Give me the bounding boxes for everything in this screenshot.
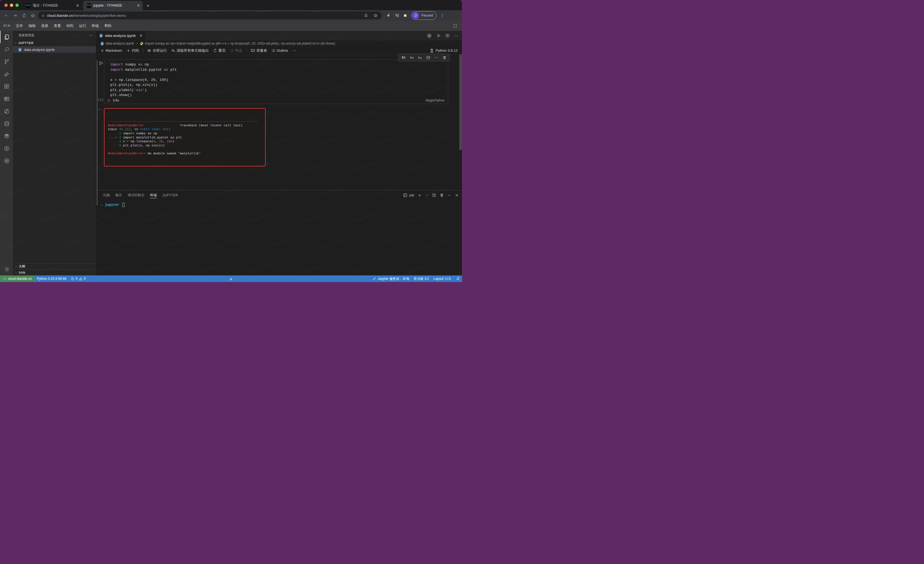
activity-search-icon[interactable]	[0, 43, 13, 56]
share-icon[interactable]	[363, 12, 370, 19]
close-tab-icon[interactable]: ✕	[76, 3, 79, 8]
browser-tab-title: jupyter - TITANIDE	[93, 4, 135, 8]
clear-outputs-button[interactable]: 清除所有单元格输出	[170, 47, 211, 54]
reload-icon[interactable]	[20, 12, 27, 19]
home-icon[interactable]	[29, 12, 36, 19]
split-terminal-icon[interactable]	[432, 193, 436, 197]
notebook-file-icon	[100, 42, 104, 46]
close-panel-icon[interactable]	[455, 193, 459, 197]
menu-run[interactable]: 运行	[76, 22, 89, 29]
split-editor-icon[interactable]	[446, 33, 450, 38]
cell-more-actions-icon[interactable]	[435, 56, 438, 59]
remote-indicator[interactable]: cloud.titanide.cn	[0, 275, 34, 282]
panel-tab-debug-console[interactable]: 调试控制台	[125, 190, 147, 200]
minimize-window-button[interactable]	[10, 4, 13, 7]
menu-edit[interactable]: 编辑	[26, 22, 38, 29]
terminal-shell-selector[interactable]: zsh	[403, 193, 414, 197]
run-icon[interactable]	[437, 33, 441, 38]
activity-extensions-icon[interactable]	[0, 80, 13, 93]
fullscreen-icon[interactable]	[453, 24, 459, 28]
restart-kernel-button[interactable]: 重启	[211, 47, 227, 54]
activity-remote-explorer-icon[interactable]	[0, 155, 13, 167]
menu-view[interactable]: 查看	[51, 22, 63, 29]
cell-code[interactable]: import numpy as npimport matplotlib.pypl…	[104, 60, 448, 98]
activity-git-graph-icon[interactable]	[0, 105, 13, 117]
explorer-section-jupyter[interactable]: JUPYTER	[13, 40, 96, 46]
cell-language-label[interactable]: MagicPython	[426, 98, 445, 102]
browser-tab-project[interactable]: <t> 项目 - TITANIDE ✕	[22, 1, 82, 10]
run-all-button[interactable]: 全部运行	[146, 47, 169, 54]
panel-tab-problems[interactable]: 问题	[100, 190, 113, 200]
address-bar[interactable]: cloud.titanide.cn/ide/web/coding/jupyter…	[38, 12, 382, 19]
python-interpreter-status[interactable]: Python 3.10.4 64-bit	[34, 275, 69, 282]
notifications-bell-icon[interactable]	[454, 275, 462, 282]
menu-help[interactable]: 帮助	[102, 22, 114, 29]
keyboard-layout-status[interactable]: Layout: U.S.	[431, 275, 454, 282]
notebook-settings-gear-icon[interactable]	[426, 33, 432, 39]
new-terminal-icon[interactable]	[418, 193, 422, 197]
toolbar-more-actions-icon[interactable]	[290, 48, 298, 53]
panel-tab-jupyter[interactable]: JUPYTER	[159, 190, 181, 200]
terminal-dropdown-icon[interactable]	[425, 194, 429, 197]
outline-button[interactable]: Outline	[270, 48, 290, 53]
editor-scrollbar[interactable]	[459, 54, 462, 150]
close-tab-icon[interactable]: ✕	[136, 3, 140, 8]
playlist-icon[interactable]	[395, 13, 399, 18]
editor-more-actions-icon[interactable]	[454, 34, 458, 38]
browser-tab-jupyter[interactable]: <t> jupyter - TITANIDE ✕	[83, 1, 143, 10]
expand-panel-chevrons-icon[interactable]	[229, 275, 233, 282]
file-item-notebook[interactable]: data-analysis.ipynb	[13, 46, 96, 53]
maximize-window-button[interactable]	[15, 4, 19, 7]
side-panel-icon[interactable]	[403, 14, 407, 18]
menu-selection[interactable]: 选择	[38, 22, 51, 29]
extensions-puzzle-icon[interactable]	[387, 13, 391, 18]
chevron-down-icon	[14, 41, 17, 45]
close-editor-tab-icon[interactable]: ✕	[140, 33, 142, 38]
bookmark-star-icon[interactable]	[372, 12, 379, 19]
output-menu-icon[interactable]	[98, 108, 102, 111]
activity-explorer-icon[interactable]	[0, 31, 13, 43]
panel-tab-output[interactable]: 输出	[113, 190, 125, 200]
breadcrumb-code-summary[interactable]: import numpy as np↵import matplotlib.pyp…	[145, 42, 335, 45]
jupyter-server-status[interactable]: Jupyter 服务器：本地	[370, 275, 411, 282]
breadcrumb-file[interactable]: data-analysis.ipynb	[106, 42, 134, 45]
activity-run-debug-icon[interactable]	[0, 68, 13, 80]
new-tab-button[interactable]: ＋	[144, 2, 152, 9]
close-window-button[interactable]	[4, 4, 8, 7]
menu-terminal[interactable]: 终端	[89, 22, 102, 29]
add-code-button[interactable]: 代码	[124, 47, 141, 54]
cell-position-status[interactable]: 单元格 1/1	[411, 275, 431, 282]
activity-thunder-icon[interactable]	[0, 142, 13, 155]
execute-cell-and-below-icon[interactable]	[402, 56, 406, 60]
split-cell-icon[interactable]	[426, 56, 430, 60]
browser-menu-kebab-icon[interactable]	[440, 14, 444, 18]
sidebar-section-svn[interactable]: SVN	[13, 269, 96, 275]
back-icon[interactable]	[3, 12, 10, 19]
editor-tab-notebook[interactable]: data-analysis.ipynb ✕	[96, 31, 145, 41]
sidebar-section-outline[interactable]: 大纲	[13, 263, 96, 269]
activity-database-icon[interactable]	[0, 117, 13, 130]
forward-icon[interactable]	[12, 12, 19, 19]
activity-layers-icon[interactable]	[0, 130, 13, 142]
add-markdown-button[interactable]: Markdown	[99, 48, 124, 53]
kill-terminal-icon[interactable]	[440, 193, 444, 197]
menu-file[interactable]: 文件	[13, 22, 26, 29]
settings-gear-icon[interactable]	[0, 263, 13, 275]
breadcrumb[interactable]: data-analysis.ipynb import numpy as np↵i…	[96, 41, 462, 47]
activity-source-control-icon[interactable]	[0, 56, 13, 68]
execute-above-icon[interactable]	[410, 56, 414, 60]
delete-cell-icon[interactable]	[442, 56, 447, 60]
profile-avatar[interactable]: J	[412, 12, 419, 19]
terminal-prompt-line[interactable]: → jupyter	[96, 200, 462, 207]
variables-button[interactable]: (x)变量表	[249, 47, 269, 54]
problems-status[interactable]: 0 0	[69, 275, 88, 282]
profile-paused-badge[interactable]: J Paused	[411, 11, 436, 20]
activity-preview-icon[interactable]	[0, 93, 13, 105]
panel-tab-terminal[interactable]: 终端	[147, 190, 160, 200]
execute-below-icon[interactable]	[418, 56, 422, 60]
explorer-more-actions-icon[interactable]	[89, 33, 93, 37]
kernel-picker[interactable]: Python 3.8.12	[429, 48, 459, 53]
menu-goto[interactable]: 转到	[63, 22, 76, 29]
cell-code-editor[interactable]: import numpy as npimport matplotlib.pypl…	[104, 59, 448, 104]
maximize-panel-icon[interactable]	[447, 193, 451, 197]
